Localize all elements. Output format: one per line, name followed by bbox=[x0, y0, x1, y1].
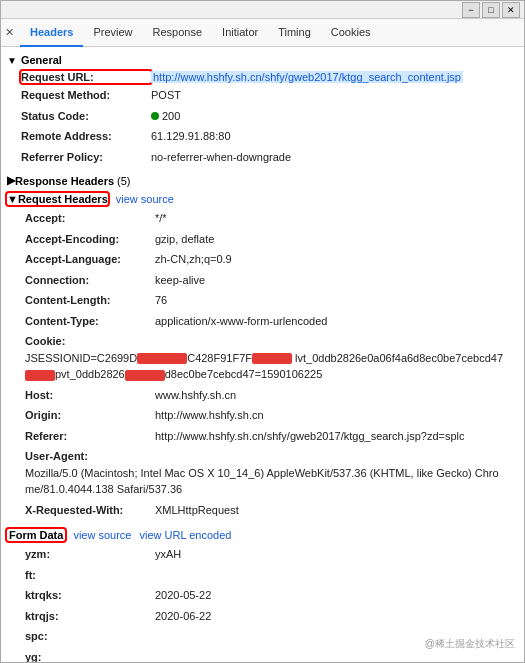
form-yg-row: yg: bbox=[1, 647, 524, 664]
accept-encoding-value: gzip, deflate bbox=[155, 231, 214, 248]
accept-encoding-row: Accept-Encoding: gzip, deflate bbox=[1, 229, 524, 250]
cookie-label: Cookie: bbox=[25, 333, 155, 350]
restore-button[interactable]: □ bbox=[482, 2, 500, 18]
host-label: Host: bbox=[25, 387, 155, 404]
accept-row: Accept: */* bbox=[1, 208, 524, 229]
user-agent-value: Mozilla/5.0 (Macintosh; Intel Mac OS X 1… bbox=[25, 465, 504, 498]
content-type-row: Content-Type: application/x-www-form-url… bbox=[1, 311, 524, 332]
referrer-policy-value: no-referrer-when-downgrade bbox=[151, 149, 291, 166]
form-ktrqjs-value: 2020-06-22 bbox=[155, 608, 211, 625]
remote-address-value: 61.129.91.88:80 bbox=[151, 128, 231, 145]
referrer-policy-row: Referrer Policy: no-referrer-when-downgr… bbox=[1, 147, 524, 168]
tab-close-icon[interactable]: ✕ bbox=[5, 26, 14, 39]
response-headers-section-header[interactable]: ▶ Response Headers (5) bbox=[1, 171, 524, 190]
form-ktrqks-label: ktrqks: bbox=[25, 587, 155, 604]
form-yzm-row: yzm: yxAH bbox=[1, 544, 524, 565]
connection-label: Connection: bbox=[25, 272, 155, 289]
request-url-label: Request URL: bbox=[21, 71, 151, 83]
form-data-view-source[interactable]: view source bbox=[73, 529, 131, 541]
accept-label: Accept: bbox=[25, 210, 155, 227]
remote-address-row: Remote Address: 61.129.91.88:80 bbox=[1, 126, 524, 147]
accept-encoding-label: Accept-Encoding: bbox=[25, 231, 155, 248]
redacted-block-4 bbox=[125, 370, 165, 381]
accept-language-label: Accept-Language: bbox=[25, 251, 155, 268]
x-requested-with-row: X-Requested-With: XMLHttpRequest bbox=[1, 500, 524, 521]
tab-timing[interactable]: Timing bbox=[268, 19, 321, 47]
general-section-label: General bbox=[21, 54, 62, 66]
user-agent-label: User-Agent: bbox=[25, 448, 155, 465]
origin-row: Origin: http://www.hshfy.sh.cn bbox=[1, 405, 524, 426]
redacted-block-1 bbox=[137, 353, 187, 364]
form-ktrqjs-row: ktrqjs: 2020-06-22 bbox=[1, 606, 524, 627]
request-headers-view-source[interactable]: view source bbox=[116, 193, 174, 205]
referer-value: http://www.hshfy.sh.cn/shfy/gweb2017/ktg… bbox=[155, 428, 465, 445]
cookie-value: JSESSIONID=C2699DC428F91F7F lvt_0ddb2826… bbox=[25, 350, 504, 383]
request-url-row: Request URL: http://www.hshfy.sh.cn/shfy… bbox=[1, 69, 524, 85]
cookie-row: Cookie: JSESSIONID=C2699DC428F91F7F lvt_… bbox=[1, 331, 524, 385]
request-method-row: Request Method: POST bbox=[1, 85, 524, 106]
content-type-value: application/x-www-form-urlencoded bbox=[155, 313, 327, 330]
tab-initiator[interactable]: Initiator bbox=[212, 19, 268, 47]
form-yzm-label: yzm: bbox=[25, 546, 155, 563]
redacted-block-2 bbox=[252, 353, 292, 364]
title-bar: − □ ✕ bbox=[1, 1, 524, 19]
form-ktrqks-value: 2020-05-22 bbox=[155, 587, 211, 604]
form-spc-row: spc: bbox=[1, 626, 524, 647]
status-code-value: 200 bbox=[151, 108, 180, 125]
request-method-value: POST bbox=[151, 87, 181, 104]
content-type-label: Content-Type: bbox=[25, 313, 155, 330]
referrer-policy-label: Referrer Policy: bbox=[21, 149, 151, 166]
request-headers-section-header[interactable]: ▼ Request Headers view source bbox=[1, 190, 524, 208]
host-row: Host: www.hshfy.sh.cn bbox=[1, 385, 524, 406]
redacted-block-3 bbox=[25, 370, 55, 381]
tab-bar: ✕ Headers Preview Response Initiator Tim… bbox=[1, 19, 524, 47]
user-agent-row: User-Agent: Mozilla/5.0 (Macintosh; Inte… bbox=[1, 446, 524, 500]
status-code-row: Status Code: 200 bbox=[1, 106, 524, 127]
request-headers-label: Request Headers bbox=[18, 193, 108, 205]
content-length-label: Content-Length: bbox=[25, 292, 155, 309]
form-data-section-header[interactable]: Form Data view source view URL encoded bbox=[1, 526, 524, 544]
form-spc-label: spc: bbox=[25, 628, 155, 645]
referer-label: Referer: bbox=[25, 428, 155, 445]
tab-preview[interactable]: Preview bbox=[83, 19, 142, 47]
accept-language-value: zh-CN,zh;q=0.9 bbox=[155, 251, 232, 268]
x-requested-with-label: X-Requested-With: bbox=[25, 502, 155, 519]
remote-address-label: Remote Address: bbox=[21, 128, 151, 145]
origin-value: http://www.hshfy.sh.cn bbox=[155, 407, 264, 424]
minimize-button[interactable]: − bbox=[462, 2, 480, 18]
response-headers-arrow-icon: ▶ bbox=[7, 174, 15, 187]
form-ktrqks-row: ktrqks: 2020-05-22 bbox=[1, 585, 524, 606]
form-yg-label: yg: bbox=[25, 649, 155, 664]
status-code-label: Status Code: bbox=[21, 108, 151, 125]
host-value: www.hshfy.sh.cn bbox=[155, 387, 236, 404]
connection-row: Connection: keep-alive bbox=[1, 270, 524, 291]
tab-headers[interactable]: Headers bbox=[20, 19, 83, 47]
general-arrow-icon: ▼ bbox=[7, 55, 17, 66]
close-button[interactable]: ✕ bbox=[502, 2, 520, 18]
form-ft-row: ft: bbox=[1, 565, 524, 586]
tab-cookies[interactable]: Cookies bbox=[321, 19, 381, 47]
request-method-label: Request Method: bbox=[21, 87, 151, 104]
origin-label: Origin: bbox=[25, 407, 155, 424]
content-length-value: 76 bbox=[155, 292, 167, 309]
connection-value: keep-alive bbox=[155, 272, 205, 289]
x-requested-with-value: XMLHttpRequest bbox=[155, 502, 239, 519]
accept-language-row: Accept-Language: zh-CN,zh;q=0.9 bbox=[1, 249, 524, 270]
accept-value: */* bbox=[155, 210, 167, 227]
form-yzm-value: yxAH bbox=[155, 546, 181, 563]
form-ft-label: ft: bbox=[25, 567, 155, 584]
response-headers-count: (5) bbox=[117, 175, 130, 187]
request-headers-arrow-icon: ▼ bbox=[7, 193, 18, 205]
request-url-value[interactable]: http://www.hshfy.sh.cn/shfy/gweb2017/ktg… bbox=[151, 71, 463, 83]
form-data-view-url-encoded[interactable]: view URL encoded bbox=[139, 529, 231, 541]
form-ktrqjs-label: ktrqjs: bbox=[25, 608, 155, 625]
status-dot-icon bbox=[151, 112, 159, 120]
form-data-label: Form Data bbox=[9, 529, 63, 541]
tab-response[interactable]: Response bbox=[143, 19, 213, 47]
general-section-header[interactable]: ▼ General bbox=[1, 51, 524, 69]
main-content: ▼ General Request URL: http://www.hshfy.… bbox=[1, 47, 524, 663]
referer-row: Referer: http://www.hshfy.sh.cn/shfy/gwe… bbox=[1, 426, 524, 447]
response-headers-label: Response Headers bbox=[15, 175, 114, 187]
content-length-row: Content-Length: 76 bbox=[1, 290, 524, 311]
